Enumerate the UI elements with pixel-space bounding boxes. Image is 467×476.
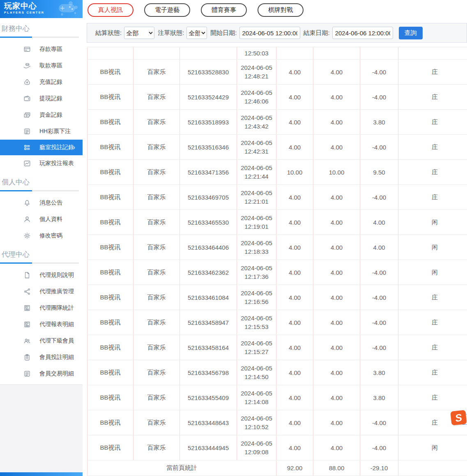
tab-真人視訊[interactable]: 真人視訊 <box>87 3 133 17</box>
cell-bet-content: 闲 <box>398 235 467 260</box>
table-row: BB视讯百家乐5216334697052024-06-0512:21:014.0… <box>87 185 467 210</box>
sidebar-item-代理下級會員[interactable]: 代理下級會員 <box>0 333 83 349</box>
cell-time: 2024-06-0512:16:56 <box>237 285 276 310</box>
sidebar-item-會員投註明細[interactable]: 會員投註明細 <box>0 349 83 366</box>
sidebar-item-資金記錄[interactable]: 資金記錄 <box>0 107 83 123</box>
sidebar-item-玩家投注報表[interactable]: 玩家投注報表 <box>0 155 83 172</box>
sidebar-item-取款專區[interactable]: 取款專區 <box>0 57 83 74</box>
order-status-select[interactable]: 全部 <box>186 27 207 39</box>
sidebar-item-label: 充值記錄 <box>39 78 62 86</box>
cell-bet-amount: 4.00 <box>276 185 313 210</box>
sidebar-item-label: 存款專區 <box>39 46 62 53</box>
cell-game: 百家乐 <box>133 135 180 160</box>
start-date-input[interactable] <box>239 27 300 39</box>
report-icon <box>23 304 31 312</box>
cell-valid-amount: 4.00 <box>313 385 360 410</box>
cell-platform: BB视讯 <box>87 110 133 135</box>
sidebar-item-充值記錄[interactable]: 充值記錄 <box>0 74 83 90</box>
cell-order-no: 521633461084 <box>180 285 237 310</box>
cell-order-no: 521633469705 <box>180 185 237 210</box>
sidebar-item-提現記錄[interactable]: 提現記錄 <box>0 90 83 107</box>
table-row: BB视讯百家乐5216334644062024-06-0512:18:334.0… <box>87 235 467 260</box>
sidebar-item-label: 取款專區 <box>39 62 62 69</box>
moneybag-icon <box>23 78 31 86</box>
sidebar-item-會員交易明細[interactable]: 會員交易明細 <box>0 366 83 382</box>
sidebar-item-HH彩票下注[interactable]: HH彩票下注 <box>0 123 83 140</box>
cell-bet-content: 庄 <box>398 285 467 310</box>
sidebar-item-label: 代理報表明細 <box>39 321 74 328</box>
cell-bet-amount: 4.00 <box>276 210 313 235</box>
table-row: BB视讯百家乐5216335163462024-06-0512:42:314.0… <box>87 135 467 160</box>
cell-platform: BB视讯 <box>87 385 133 410</box>
cell-bet-content: 庄 <box>398 360 467 385</box>
cell-time: 2024-06-0512:14:08 <box>237 385 276 410</box>
end-date-input[interactable] <box>332 27 393 39</box>
sogou-letter: S <box>454 412 463 423</box>
cell-time: 2024-06-0512:19:01 <box>237 210 276 235</box>
cell-platform: BB视讯 <box>87 410 133 435</box>
cell-profit: 3.80 <box>360 385 398 410</box>
cell-order-no <box>180 47 237 60</box>
cell-profit: -4.00 <box>360 335 398 360</box>
section-title-underline <box>0 190 79 191</box>
sidebar-item-label: 代理規則說明 <box>39 271 74 279</box>
cell-platform: BB视讯 <box>87 260 133 285</box>
table-row: BB视讯百家乐5216334581642024-06-0512:15:274.0… <box>87 335 467 360</box>
cell-game: 百家乐 <box>133 260 180 285</box>
cell-valid-amount: 4.00 <box>313 260 360 285</box>
cell-bet-amount: 4.00 <box>276 260 313 285</box>
cell-time: 2024-06-0512:17:36 <box>237 260 276 285</box>
user-icon <box>23 216 31 223</box>
cell-profit: -4.00 <box>360 435 398 460</box>
sidebar-item-label: 資金記錄 <box>39 111 62 119</box>
sidebar-item-廳室投註記錄[interactable]: 廳室投註記錄› <box>0 140 83 155</box>
cell-valid-amount: 4.00 <box>313 285 360 310</box>
sidebar-item-存款專區[interactable]: 存款專區 <box>0 41 83 57</box>
sidebar-item-label: 會員交易明細 <box>39 370 74 377</box>
tab-電子遊藝[interactable]: 電子遊藝 <box>144 3 190 17</box>
tab-體育賽事[interactable]: 體育賽事 <box>201 3 247 17</box>
bet-records-table: 12:50:03BB视讯百家乐5216335288302024-06-0512:… <box>87 47 467 476</box>
sidebar-item-消息公告[interactable]: 消息公告 <box>0 195 83 211</box>
cell-platform: BB视讯 <box>87 360 133 385</box>
table-row: BB视讯百家乐5216334610842024-06-0512:16:564.0… <box>87 285 467 310</box>
wallet-icon <box>23 95 31 102</box>
sidebar-item-代理報表明細[interactable]: 代理報表明細 <box>0 316 83 333</box>
table-row-partial: 12:50:03 <box>87 47 467 60</box>
sogou-ime-icon[interactable]: S <box>450 410 467 425</box>
sidebar-item-label: HH彩票下注 <box>39 128 71 135</box>
cell-order-no: 521633448643 <box>180 410 237 435</box>
tab-棋牌對戰[interactable]: 棋牌對戰 <box>258 3 304 17</box>
order-status-label: 注單狀態: <box>158 29 184 37</box>
cell-profit: 3.80 <box>360 110 398 135</box>
main-content: 真人視訊電子遊藝體育賽事棋牌對戰 結算狀態: 全部 注單狀態: 全部 開始日期:… <box>83 0 467 476</box>
sidebar-item-個人資料[interactable]: 個人資料 <box>0 211 83 228</box>
cell-profit: -4.00 <box>360 135 398 160</box>
app-logo: 玩家中心 PLAYERS CENTER <box>0 0 83 18</box>
cell-platform <box>87 47 133 60</box>
settle-status-select[interactable]: 全部 <box>124 27 154 39</box>
cell-game: 百家乐 <box>133 85 180 110</box>
sidebar-item-代理規則說明[interactable]: 代理規則說明 <box>0 267 83 283</box>
sidebar-item-label: 提現記錄 <box>39 95 62 102</box>
cell-valid-amount <box>313 47 360 60</box>
chart-icon <box>23 160 31 167</box>
cell-time: 2024-06-0512:14:50 <box>237 360 276 385</box>
cell-time: 2024-06-0512:21:44 <box>237 160 276 185</box>
search-button[interactable]: 查詢 <box>399 27 423 39</box>
cell-profit: 3.80 <box>360 360 398 385</box>
bell-icon <box>23 199 31 207</box>
cell-bet-content: 庄 <box>398 385 467 410</box>
users-icon <box>23 337 31 345</box>
sidebar-item-label: 玩家投注報表 <box>39 160 74 167</box>
summary-label: 當前頁統計 <box>87 460 276 476</box>
sidebar-item-修改密碼[interactable]: 修改密碼 <box>0 228 83 244</box>
cell-time: 2024-06-0512:10:52 <box>237 410 276 435</box>
sidebar-item-代理團隊統計[interactable]: 代理團隊統計 <box>0 300 83 316</box>
sidebar-item-代理推廣管理[interactable]: 代理推廣管理 <box>0 283 83 300</box>
sidebar-item-label: 個人資料 <box>39 216 62 223</box>
section-title-underline <box>0 37 79 38</box>
cell-platform: BB视讯 <box>87 285 133 310</box>
cell-bet-content <box>398 47 467 60</box>
summary-empty <box>398 460 467 476</box>
